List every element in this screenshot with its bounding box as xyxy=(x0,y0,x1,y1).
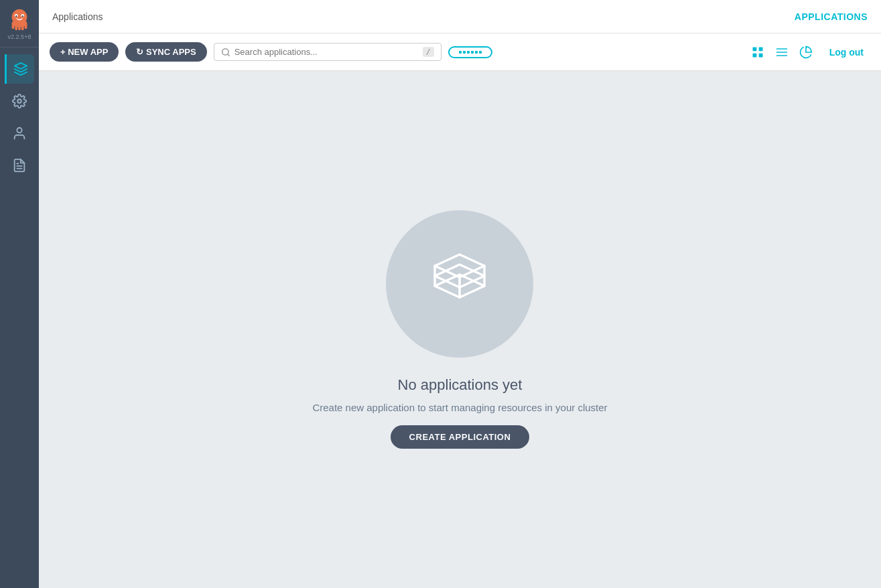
svg-rect-20 xyxy=(752,53,756,57)
svg-rect-19 xyxy=(758,47,762,51)
svg-point-10 xyxy=(12,19,27,27)
svg-rect-18 xyxy=(752,47,756,51)
docs-icon xyxy=(12,158,27,173)
list-view-button[interactable] xyxy=(772,42,792,62)
version-label: v2.2.5+8 xyxy=(8,33,31,43)
sidebar: v2.2.5+8 xyxy=(0,0,39,588)
svg-point-12 xyxy=(17,99,21,103)
log-out-button[interactable]: Log out xyxy=(823,44,870,61)
grid-view-button[interactable] xyxy=(748,42,768,62)
content-area: No applications yet Create new applicati… xyxy=(39,71,881,588)
sidebar-nav xyxy=(0,54,39,180)
new-app-button[interactable]: + NEW APP xyxy=(50,42,119,62)
sidebar-item-docs[interactable] xyxy=(5,151,34,180)
search-shortcut: / xyxy=(423,47,434,57)
chart-view-button[interactable] xyxy=(796,42,816,62)
page-title: APPLICATIONS xyxy=(795,11,868,22)
svg-rect-21 xyxy=(758,53,762,57)
sync-apps-button[interactable]: ↻ SYNC APPS xyxy=(125,42,206,62)
sidebar-item-applications[interactable] xyxy=(5,54,34,84)
namespace-button[interactable] xyxy=(448,46,492,58)
search-icon xyxy=(221,48,230,57)
empty-state-icon-circle xyxy=(386,210,533,358)
breadcrumb: Applications xyxy=(52,11,103,22)
grid-icon xyxy=(751,46,764,59)
empty-state-title: No applications yet xyxy=(398,376,523,394)
chart-icon xyxy=(799,46,813,59)
layers-icon xyxy=(13,62,28,76)
svg-point-13 xyxy=(17,128,21,133)
toolbar: + NEW APP ↻ SYNC APPS / xyxy=(39,33,881,71)
search-input[interactable] xyxy=(234,47,419,57)
svg-point-4 xyxy=(22,15,23,17)
list-icon xyxy=(775,46,789,59)
empty-layers-icon xyxy=(423,247,496,321)
namespace-dots-icon xyxy=(459,51,482,54)
create-application-button[interactable]: CREATE APPLICATION xyxy=(391,425,530,449)
empty-state: No applications yet Create new applicati… xyxy=(312,210,607,449)
svg-line-17 xyxy=(227,54,229,56)
main-content: Applications APPLICATIONS + NEW APP ↻ SY… xyxy=(39,0,881,588)
search-box: / xyxy=(214,43,442,61)
svg-point-3 xyxy=(15,15,17,17)
empty-state-subtitle: Create new application to start managing… xyxy=(312,402,607,413)
sidebar-logo-section: v2.2.5+8 xyxy=(0,0,39,48)
svg-marker-11 xyxy=(14,63,26,69)
user-icon xyxy=(12,126,27,141)
sidebar-item-settings[interactable] xyxy=(5,86,34,116)
topbar: Applications APPLICATIONS xyxy=(39,0,881,33)
sidebar-item-user[interactable] xyxy=(5,119,34,148)
app-logo xyxy=(7,7,32,32)
view-toggle-group xyxy=(748,42,816,62)
gear-icon xyxy=(12,94,27,108)
